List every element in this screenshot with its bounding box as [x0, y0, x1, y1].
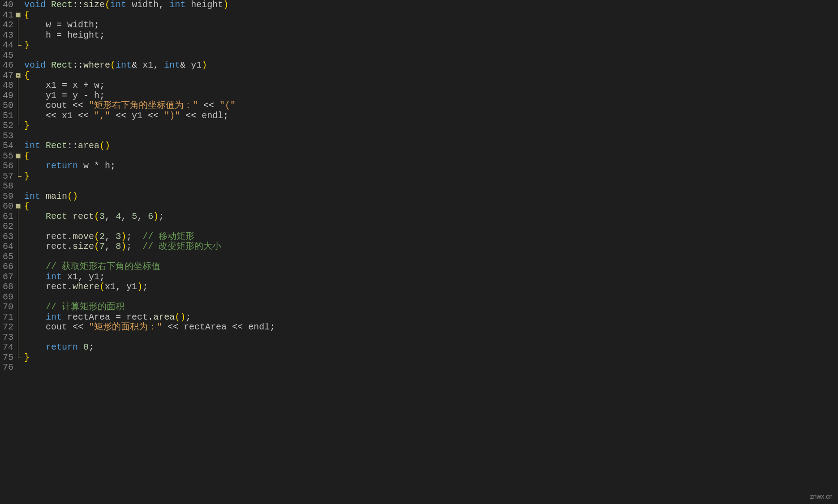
line-number: 65	[3, 252, 13, 262]
code-line[interactable]: // 获取矩形右下角的坐标值	[24, 262, 275, 272]
token-punc: ,	[78, 272, 89, 282]
code-line[interactable]: w = width;	[24, 20, 275, 30]
token-punc: ;	[89, 342, 94, 352]
code-line[interactable]	[24, 222, 275, 232]
line-number: 47	[3, 71, 13, 81]
code-line[interactable]: {	[24, 201, 275, 212]
code-line[interactable]	[24, 252, 275, 262]
token-fn: size	[73, 241, 94, 252]
code-line[interactable]: {	[24, 10, 275, 21]
token-punc	[62, 272, 67, 282]
token-punc	[24, 302, 46, 312]
code-line[interactable]: x1 = x + w;	[24, 81, 275, 91]
token-id: rectArea	[67, 312, 110, 322]
code-line[interactable]: void Rect::where(int& x1, int& y1)	[24, 60, 275, 71]
token-num: 4	[116, 211, 121, 222]
token-punc: <<	[67, 100, 89, 111]
token-punc: ;	[270, 322, 275, 332]
code-line[interactable]: return w * h;	[24, 161, 275, 171]
token-id: w	[46, 20, 51, 30]
token-punc: ;	[99, 90, 105, 101]
fold-toggle-icon[interactable]	[16, 73, 21, 78]
token-fn: where	[83, 60, 110, 70]
fold-guide-end	[18, 45, 21, 46]
token-punc: =	[56, 90, 73, 101]
token-punc: =	[110, 312, 126, 322]
token-id: cout	[46, 100, 67, 111]
token-punc	[40, 141, 46, 151]
token-id: y1	[126, 282, 137, 292]
fold-toggle-icon[interactable]	[16, 154, 21, 158]
token-cls: Rect	[46, 141, 67, 151]
token-cls: Rect	[51, 60, 73, 70]
code-line[interactable]	[24, 51, 275, 61]
code-line[interactable]: rect.move(2, 3); // 移动矩形	[24, 232, 275, 242]
code-line[interactable]: int main()	[24, 192, 275, 202]
line-number: 62	[3, 222, 13, 232]
fold-toggle-icon[interactable]	[16, 13, 21, 17]
token-paren: (	[99, 282, 105, 292]
code-line[interactable]: int rectArea = rect.area();	[24, 312, 275, 323]
token-kw: void	[24, 0, 46, 10]
code-line[interactable]: h = height;	[24, 30, 275, 41]
token-id: h	[105, 161, 110, 171]
token-punc: <<	[198, 100, 219, 111]
token-paren: (	[94, 241, 99, 252]
token-str: "矩形右下角的坐标值为："	[89, 100, 198, 111]
code-line[interactable]: y1 = y - h;	[24, 91, 275, 101]
token-id: endl	[248, 322, 270, 332]
code-line[interactable]: cout << "矩形右下角的坐标值为：" << "("	[24, 101, 275, 111]
token-paren: (	[110, 60, 116, 70]
code-line[interactable]: return 0;	[24, 342, 275, 353]
code-line[interactable]: {	[24, 71, 275, 81]
code-line[interactable]	[24, 292, 275, 303]
token-brace: {	[24, 70, 30, 81]
token-paren: )	[137, 282, 142, 292]
token-punc: <<	[162, 322, 184, 332]
code-line[interactable]: }	[24, 353, 275, 363]
token-punc: <<	[227, 322, 248, 332]
line-number: 51	[3, 111, 13, 121]
token-punc: =	[51, 20, 67, 30]
code-line[interactable]	[24, 363, 275, 373]
code-line[interactable]: void Rect::size(int width, int height)	[24, 0, 275, 10]
token-str: "矩形的面积为："	[89, 322, 162, 332]
token-punc: .	[67, 241, 73, 252]
token-id: rect	[126, 312, 148, 322]
token-id: height	[67, 30, 99, 40]
code-line[interactable]: int Rect::area()	[24, 141, 275, 151]
code-area[interactable]: void Rect::size(int width, int height){ …	[21, 0, 275, 373]
code-line[interactable]: << x1 << "," << y1 << ")" << endl;	[24, 111, 275, 121]
code-line[interactable]: rect.size(7, 8); // 改变矩形的大小	[24, 242, 275, 252]
token-id: y1	[46, 90, 56, 101]
code-line[interactable]: int x1, y1;	[24, 272, 275, 282]
token-punc	[24, 241, 46, 252]
line-number: 66	[3, 262, 13, 272]
token-id: y1	[191, 60, 202, 70]
code-line[interactable]: cout << "矩形的面积为：" << rectArea << endl;	[24, 322, 275, 333]
fold-guide	[18, 78, 18, 126]
fold-guide	[18, 209, 18, 358]
code-line[interactable]	[24, 131, 275, 141]
token-punc: .	[148, 312, 153, 322]
token-id: cout	[46, 322, 67, 332]
code-editor[interactable]: 4041424344454647484950515253545556575859…	[0, 0, 838, 373]
token-brace: {	[24, 201, 30, 211]
code-line[interactable]	[24, 333, 275, 343]
watermark: znwx.cn	[810, 491, 833, 502]
code-line[interactable]: }	[24, 171, 275, 182]
fold-toggle-icon[interactable]	[16, 204, 21, 209]
token-str: ","	[94, 111, 110, 121]
fold-column[interactable]	[15, 0, 21, 373]
token-punc: ;	[110, 161, 116, 171]
token-punc: ,	[105, 211, 116, 222]
code-line[interactable]: Rect rect(3, 4, 5, 6);	[24, 212, 275, 222]
code-line[interactable]: }	[24, 121, 275, 131]
code-line[interactable]: }	[24, 40, 275, 51]
line-number: 54	[3, 141, 13, 151]
code-line[interactable]: {	[24, 151, 275, 162]
code-line[interactable]: rect.where(x1, y1);	[24, 282, 275, 292]
code-line[interactable]: // 计算矩形的面积	[24, 302, 275, 312]
token-cmt: // 移动矩形	[142, 231, 194, 242]
code-line[interactable]	[24, 181, 275, 192]
